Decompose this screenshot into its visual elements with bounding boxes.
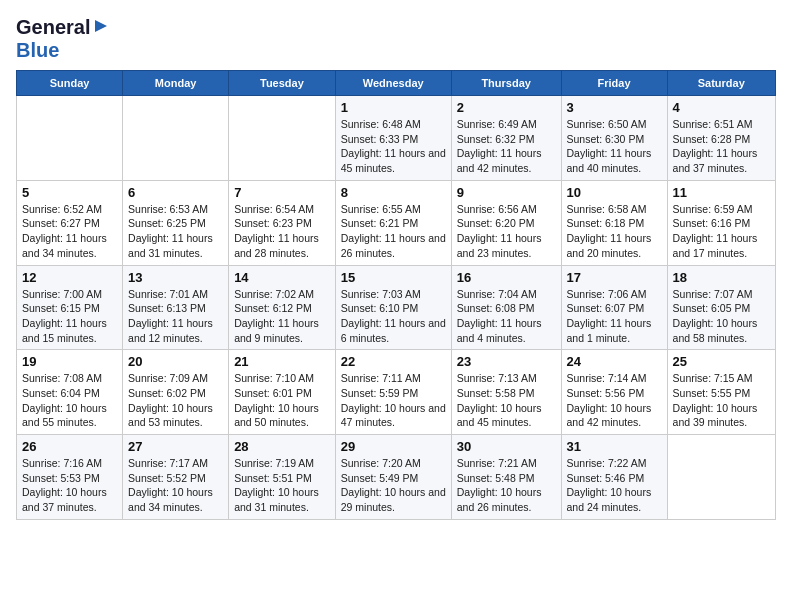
day-number: 30 (457, 439, 556, 454)
calendar-cell: 5Sunrise: 6:52 AMSunset: 6:27 PMDaylight… (17, 180, 123, 265)
day-number: 11 (673, 185, 770, 200)
cell-content: Sunrise: 6:52 AMSunset: 6:27 PMDaylight:… (22, 202, 117, 261)
svg-marker-0 (95, 20, 107, 32)
calendar-cell: 28Sunrise: 7:19 AMSunset: 5:51 PMDayligh… (229, 435, 336, 520)
cell-content: Sunrise: 7:11 AMSunset: 5:59 PMDaylight:… (341, 371, 446, 430)
day-number: 3 (567, 100, 662, 115)
logo: General Blue (16, 16, 109, 62)
calendar-cell: 13Sunrise: 7:01 AMSunset: 6:13 PMDayligh… (123, 265, 229, 350)
cell-content: Sunrise: 6:58 AMSunset: 6:18 PMDaylight:… (567, 202, 662, 261)
day-number: 6 (128, 185, 223, 200)
cell-content: Sunrise: 6:55 AMSunset: 6:21 PMDaylight:… (341, 202, 446, 261)
cell-content: Sunrise: 7:06 AMSunset: 6:07 PMDaylight:… (567, 287, 662, 346)
calendar-cell: 20Sunrise: 7:09 AMSunset: 6:02 PMDayligh… (123, 350, 229, 435)
calendar-cell (229, 96, 336, 181)
calendar-week-row: 5Sunrise: 6:52 AMSunset: 6:27 PMDaylight… (17, 180, 776, 265)
day-number: 25 (673, 354, 770, 369)
weekday-header: Friday (561, 71, 667, 96)
calendar-cell: 1Sunrise: 6:48 AMSunset: 6:33 PMDaylight… (335, 96, 451, 181)
calendar-cell: 12Sunrise: 7:00 AMSunset: 6:15 PMDayligh… (17, 265, 123, 350)
cell-content: Sunrise: 6:56 AMSunset: 6:20 PMDaylight:… (457, 202, 556, 261)
day-number: 1 (341, 100, 446, 115)
day-number: 10 (567, 185, 662, 200)
day-number: 31 (567, 439, 662, 454)
weekday-header: Sunday (17, 71, 123, 96)
day-number: 15 (341, 270, 446, 285)
calendar-cell: 17Sunrise: 7:06 AMSunset: 6:07 PMDayligh… (561, 265, 667, 350)
cell-content: Sunrise: 7:00 AMSunset: 6:15 PMDaylight:… (22, 287, 117, 346)
cell-content: Sunrise: 6:59 AMSunset: 6:16 PMDaylight:… (673, 202, 770, 261)
cell-content: Sunrise: 6:49 AMSunset: 6:32 PMDaylight:… (457, 117, 556, 176)
weekday-header: Thursday (451, 71, 561, 96)
calendar-cell: 21Sunrise: 7:10 AMSunset: 6:01 PMDayligh… (229, 350, 336, 435)
cell-content: Sunrise: 7:03 AMSunset: 6:10 PMDaylight:… (341, 287, 446, 346)
cell-content: Sunrise: 6:51 AMSunset: 6:28 PMDaylight:… (673, 117, 770, 176)
day-number: 28 (234, 439, 330, 454)
calendar-cell: 29Sunrise: 7:20 AMSunset: 5:49 PMDayligh… (335, 435, 451, 520)
calendar-cell: 9Sunrise: 6:56 AMSunset: 6:20 PMDaylight… (451, 180, 561, 265)
calendar-cell (123, 96, 229, 181)
calendar-cell (17, 96, 123, 181)
cell-content: Sunrise: 7:17 AMSunset: 5:52 PMDaylight:… (128, 456, 223, 515)
calendar-cell: 10Sunrise: 6:58 AMSunset: 6:18 PMDayligh… (561, 180, 667, 265)
calendar-cell: 18Sunrise: 7:07 AMSunset: 6:05 PMDayligh… (667, 265, 775, 350)
cell-content: Sunrise: 7:16 AMSunset: 5:53 PMDaylight:… (22, 456, 117, 515)
day-number: 2 (457, 100, 556, 115)
cell-content: Sunrise: 7:15 AMSunset: 5:55 PMDaylight:… (673, 371, 770, 430)
weekday-header: Monday (123, 71, 229, 96)
day-number: 5 (22, 185, 117, 200)
cell-content: Sunrise: 7:13 AMSunset: 5:58 PMDaylight:… (457, 371, 556, 430)
calendar-week-row: 26Sunrise: 7:16 AMSunset: 5:53 PMDayligh… (17, 435, 776, 520)
cell-content: Sunrise: 7:07 AMSunset: 6:05 PMDaylight:… (673, 287, 770, 346)
logo-general: General (16, 16, 90, 39)
cell-content: Sunrise: 6:54 AMSunset: 6:23 PMDaylight:… (234, 202, 330, 261)
calendar-cell: 16Sunrise: 7:04 AMSunset: 6:08 PMDayligh… (451, 265, 561, 350)
cell-content: Sunrise: 7:09 AMSunset: 6:02 PMDaylight:… (128, 371, 223, 430)
day-number: 20 (128, 354, 223, 369)
cell-content: Sunrise: 7:22 AMSunset: 5:46 PMDaylight:… (567, 456, 662, 515)
day-number: 22 (341, 354, 446, 369)
weekday-header: Wednesday (335, 71, 451, 96)
cell-content: Sunrise: 6:48 AMSunset: 6:33 PMDaylight:… (341, 117, 446, 176)
calendar-cell: 6Sunrise: 6:53 AMSunset: 6:25 PMDaylight… (123, 180, 229, 265)
day-number: 23 (457, 354, 556, 369)
cell-content: Sunrise: 7:08 AMSunset: 6:04 PMDaylight:… (22, 371, 117, 430)
calendar-cell: 30Sunrise: 7:21 AMSunset: 5:48 PMDayligh… (451, 435, 561, 520)
day-number: 8 (341, 185, 446, 200)
day-number: 19 (22, 354, 117, 369)
calendar-cell: 27Sunrise: 7:17 AMSunset: 5:52 PMDayligh… (123, 435, 229, 520)
day-number: 18 (673, 270, 770, 285)
cell-content: Sunrise: 6:53 AMSunset: 6:25 PMDaylight:… (128, 202, 223, 261)
calendar-cell: 2Sunrise: 6:49 AMSunset: 6:32 PMDaylight… (451, 96, 561, 181)
day-number: 24 (567, 354, 662, 369)
logo-blue: Blue (16, 39, 59, 61)
day-number: 26 (22, 439, 117, 454)
day-number: 27 (128, 439, 223, 454)
calendar-cell: 31Sunrise: 7:22 AMSunset: 5:46 PMDayligh… (561, 435, 667, 520)
day-number: 13 (128, 270, 223, 285)
cell-content: Sunrise: 7:02 AMSunset: 6:12 PMDaylight:… (234, 287, 330, 346)
calendar-cell: 26Sunrise: 7:16 AMSunset: 5:53 PMDayligh… (17, 435, 123, 520)
calendar-cell: 22Sunrise: 7:11 AMSunset: 5:59 PMDayligh… (335, 350, 451, 435)
cell-content: Sunrise: 7:21 AMSunset: 5:48 PMDaylight:… (457, 456, 556, 515)
cell-content: Sunrise: 7:10 AMSunset: 6:01 PMDaylight:… (234, 371, 330, 430)
calendar-cell: 25Sunrise: 7:15 AMSunset: 5:55 PMDayligh… (667, 350, 775, 435)
cell-content: Sunrise: 7:20 AMSunset: 5:49 PMDaylight:… (341, 456, 446, 515)
calendar-week-row: 19Sunrise: 7:08 AMSunset: 6:04 PMDayligh… (17, 350, 776, 435)
cell-content: Sunrise: 7:14 AMSunset: 5:56 PMDaylight:… (567, 371, 662, 430)
calendar-week-row: 12Sunrise: 7:00 AMSunset: 6:15 PMDayligh… (17, 265, 776, 350)
logo-arrow-icon (93, 18, 109, 38)
calendar-cell: 15Sunrise: 7:03 AMSunset: 6:10 PMDayligh… (335, 265, 451, 350)
day-number: 14 (234, 270, 330, 285)
calendar-cell: 11Sunrise: 6:59 AMSunset: 6:16 PMDayligh… (667, 180, 775, 265)
cell-content: Sunrise: 6:50 AMSunset: 6:30 PMDaylight:… (567, 117, 662, 176)
calendar-cell: 23Sunrise: 7:13 AMSunset: 5:58 PMDayligh… (451, 350, 561, 435)
calendar-cell: 24Sunrise: 7:14 AMSunset: 5:56 PMDayligh… (561, 350, 667, 435)
calendar-cell: 7Sunrise: 6:54 AMSunset: 6:23 PMDaylight… (229, 180, 336, 265)
cell-content: Sunrise: 7:04 AMSunset: 6:08 PMDaylight:… (457, 287, 556, 346)
day-number: 12 (22, 270, 117, 285)
day-number: 4 (673, 100, 770, 115)
cell-content: Sunrise: 7:19 AMSunset: 5:51 PMDaylight:… (234, 456, 330, 515)
weekday-header: Tuesday (229, 71, 336, 96)
calendar-cell: 8Sunrise: 6:55 AMSunset: 6:21 PMDaylight… (335, 180, 451, 265)
